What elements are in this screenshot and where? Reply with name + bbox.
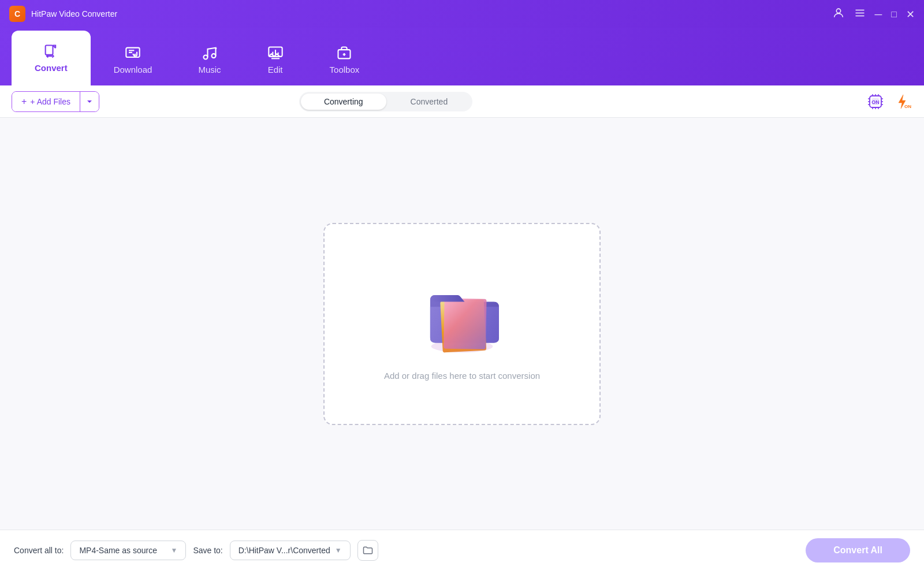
tab-edit-label: Edit xyxy=(268,65,283,74)
maximize-icon[interactable]: □ xyxy=(891,9,897,18)
convert-all-to-label: Convert all to: xyxy=(14,546,64,555)
profile-icon[interactable] xyxy=(832,7,845,21)
toolbar-right-icons: ON ON xyxy=(865,91,912,112)
converting-converted-switcher: Converting Converted xyxy=(299,92,472,111)
svg-point-9 xyxy=(203,55,207,59)
tab-music-label: Music xyxy=(198,65,221,74)
app-logo: C xyxy=(9,6,25,22)
folder-illustration xyxy=(416,267,508,359)
format-select[interactable]: MP4-Same as source ▼ xyxy=(70,541,186,560)
tab-download-label: Download xyxy=(114,65,152,74)
tab-convert[interactable]: Convert xyxy=(12,31,91,85)
converting-tab-btn[interactable]: Converting xyxy=(301,94,386,110)
tab-download[interactable]: Download xyxy=(91,33,176,85)
window-controls: ─ □ ✕ xyxy=(832,7,915,21)
app-title: HitPaw Video Converter xyxy=(31,9,117,18)
title-bar: C HitPaw Video Converter ─ □ ✕ xyxy=(0,0,924,28)
bottom-bar: Convert all to: MP4-Same as source ▼ Sav… xyxy=(0,530,924,570)
svg-point-0 xyxy=(836,9,840,13)
speed-mode-button[interactable]: ON xyxy=(892,91,912,112)
nav-bar: Convert Download Music Edit xyxy=(0,28,924,85)
save-path-select[interactable]: D:\HitPaw V...r\Converted ▼ xyxy=(230,541,351,560)
plus-icon: + xyxy=(21,96,27,107)
tab-convert-label: Convert xyxy=(35,63,68,73)
drop-zone-hint: Add or drag files here to start conversi… xyxy=(384,371,540,381)
save-path-arrow: ▼ xyxy=(335,546,342,554)
converted-tab-btn[interactable]: Converted xyxy=(388,94,471,110)
browse-folder-button[interactable] xyxy=(357,540,378,561)
format-select-arrow: ▼ xyxy=(170,546,177,554)
format-value: MP4-Same as source xyxy=(79,546,157,555)
svg-rect-4 xyxy=(46,46,53,55)
minimize-icon[interactable]: ─ xyxy=(875,9,882,19)
svg-point-10 xyxy=(211,54,215,58)
svg-rect-37 xyxy=(444,298,486,349)
save-to-label: Save to: xyxy=(193,546,222,555)
add-files-label: + Add Files xyxy=(30,97,70,106)
svg-text:ON: ON xyxy=(904,104,911,109)
add-files-main[interactable]: + + Add Files xyxy=(12,92,80,111)
add-files-dropdown-arrow[interactable] xyxy=(80,92,99,111)
tab-edit[interactable]: Edit xyxy=(244,33,307,85)
convert-all-button[interactable]: Convert All xyxy=(806,538,910,562)
tab-toolbox-label: Toolbox xyxy=(330,65,360,74)
hw-accelerator-button[interactable]: ON xyxy=(865,91,886,112)
save-path-value: D:\HitPaw V...r\Converted xyxy=(239,546,330,555)
close-icon[interactable]: ✕ xyxy=(906,9,915,19)
tab-toolbox[interactable]: Toolbox xyxy=(307,33,383,85)
main-content: Add or drag files here to start conversi… xyxy=(0,118,924,530)
tab-music[interactable]: Music xyxy=(175,33,244,85)
toolbar: + + Add Files Converting Converted ON xyxy=(0,85,924,118)
menu-icon[interactable] xyxy=(854,8,866,21)
svg-rect-5 xyxy=(126,47,139,57)
drop-zone[interactable]: Add or drag files here to start conversi… xyxy=(323,223,601,425)
add-files-button[interactable]: + + Add Files xyxy=(12,91,99,112)
svg-text:ON: ON xyxy=(871,99,880,105)
